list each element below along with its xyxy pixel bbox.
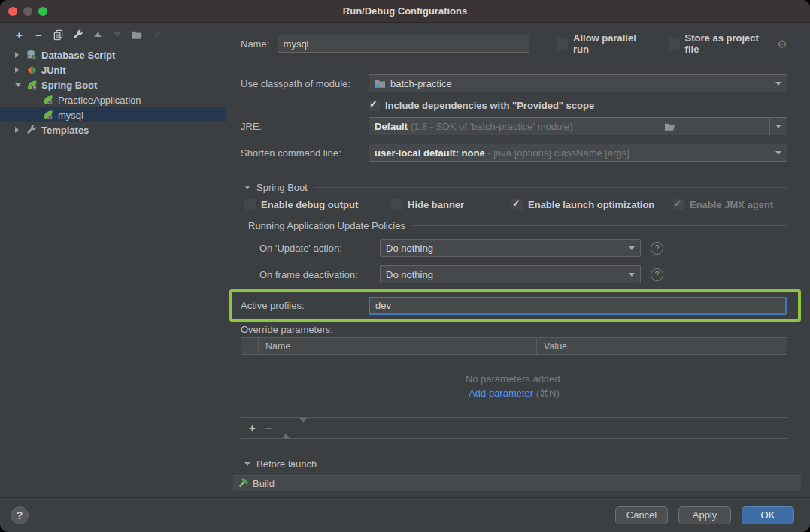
help-icon[interactable]: ? (651, 268, 663, 281)
shorten-command-line-combobox[interactable]: user-local default: none - java [options… (369, 144, 787, 162)
collapse-icon[interactable] (244, 462, 250, 466)
hide-banner-checkbox[interactable]: Hide banner (391, 199, 511, 210)
wrench-icon (26, 124, 38, 136)
configurations-tree: Database Script JUnit Spring Boot (0, 46, 226, 497)
checkbox-icon[interactable] (391, 199, 402, 210)
checkbox-checked-disabled-icon (673, 199, 684, 210)
override-parameters-label: Override parameters: (241, 324, 787, 335)
module-folder-icon (375, 78, 386, 89)
jre-combobox[interactable]: Default (1.8 - SDK of 'batch-practice' m… (369, 117, 787, 135)
add-row-icon[interactable]: + (249, 422, 256, 434)
move-down-icon[interactable] (111, 29, 123, 41)
enable-debug-output-label: Enable debug output (261, 199, 358, 210)
column-header-name[interactable]: Name (258, 338, 536, 354)
chevron-right-icon[interactable] (15, 127, 26, 133)
on-update-action-value: Do nothing (386, 243, 433, 254)
cancel-button[interactable]: Cancel (615, 506, 668, 524)
close-window-button[interactable] (8, 7, 17, 16)
chevron-right-icon[interactable] (15, 67, 26, 73)
override-parameters-table: Name Value No parameters added. Add para… (241, 337, 787, 439)
name-input[interactable] (278, 35, 529, 53)
chevron-down-icon[interactable] (15, 83, 26, 87)
run-debug-configurations-dialog: Run/Debug Configurations + − ↓ᵃ (0, 0, 810, 532)
active-profiles-input[interactable] (369, 297, 787, 315)
copy-icon[interactable] (52, 29, 65, 41)
gear-icon[interactable]: ⚙ (778, 38, 787, 50)
sidebar-toolbar: + − ↓ᵃ (0, 23, 226, 46)
classpath-row: Use classpath of module: batch-practice (241, 74, 787, 92)
checkbox-checked-icon[interactable] (369, 100, 380, 111)
column-header-value[interactable]: Value (536, 338, 787, 354)
tree-item-spring-boot[interactable]: Spring Boot (0, 77, 226, 92)
row-up-icon[interactable] (282, 422, 290, 434)
checkbox-checked-icon[interactable] (511, 199, 523, 210)
database-icon (26, 49, 38, 61)
minimize-window-button[interactable] (23, 7, 32, 16)
jre-hint: (1.8 - SDK of 'batch-practice' module) (411, 121, 573, 132)
chevron-down-icon[interactable] (770, 82, 787, 86)
jre-label: JRE: (241, 121, 369, 132)
tree-item-junit[interactable]: JUnit (0, 62, 226, 77)
on-update-action-combobox[interactable]: Do nothing (380, 239, 641, 257)
allow-parallel-run-checkbox[interactable]: Allow parallel run (557, 32, 652, 55)
classpath-module-combobox[interactable]: batch-practice (369, 74, 787, 92)
on-frame-deactivation-combobox[interactable]: Do nothing (380, 265, 641, 283)
before-launch-build-item[interactable]: Build (233, 475, 801, 491)
add-parameter-link[interactable]: Add parameter (469, 388, 533, 399)
checkbox-icon[interactable] (669, 38, 680, 50)
collapse-icon[interactable] (244, 186, 250, 189)
browse-folder-icon[interactable] (664, 121, 675, 132)
checkbox-icon[interactable] (244, 199, 256, 210)
jre-dropdown-button[interactable] (769, 118, 787, 135)
row-down-icon[interactable] (299, 422, 307, 434)
tree-item-mysql-selected[interactable]: mysql (0, 107, 226, 122)
tree-item-templates[interactable]: Templates (0, 122, 226, 138)
on-update-action-row: On 'Update' action: Do nothing ? (241, 239, 787, 257)
new-folder-icon[interactable] (130, 29, 143, 41)
enable-launch-optimization-checkbox[interactable]: Enable launch optimization (511, 199, 673, 210)
zoom-window-button[interactable] (38, 7, 47, 16)
apply-button[interactable]: Apply (678, 506, 731, 524)
name-label: Name: (241, 38, 278, 50)
spring-boot-icon (26, 79, 38, 91)
enable-debug-output-checkbox[interactable]: Enable debug output (244, 199, 391, 210)
title-bar: Run/Debug Configurations (0, 0, 810, 23)
hide-banner-label: Hide banner (408, 199, 464, 210)
chevron-down-icon[interactable] (623, 246, 640, 250)
enable-launch-optimization-label: Enable launch optimization (528, 199, 654, 210)
empty-text: No parameters added. (466, 373, 563, 385)
add-icon[interactable]: + (13, 29, 26, 41)
jre-value: Default (375, 121, 408, 132)
chevron-down-icon[interactable] (770, 151, 787, 155)
dialog-content: + − ↓ᵃ (0, 23, 810, 497)
edit-templates-icon[interactable] (71, 29, 84, 41)
window-title: Run/Debug Configurations (343, 5, 467, 17)
checkbox-icon[interactable] (557, 38, 568, 50)
tree-item-database-script[interactable]: Database Script (0, 47, 226, 62)
classpath-label: Use classpath of module: (241, 78, 369, 89)
remove-icon[interactable]: − (32, 29, 45, 41)
on-frame-deactivation-label: On frame deactivation: (259, 269, 380, 280)
include-provided-checkbox[interactable]: Include dependencies with "Provided" sco… (369, 100, 594, 111)
move-up-icon[interactable] (91, 29, 104, 41)
spring-boot-section-header[interactable]: Spring Boot (241, 182, 787, 193)
shorten-command-line-label: Shorten command line: (241, 147, 369, 159)
store-as-project-file-checkbox[interactable]: Store as project file ⚙ (669, 32, 787, 55)
before-launch-title: Before launch (256, 458, 317, 470)
before-launch-section-header[interactable]: Before launch (241, 458, 787, 470)
section-divider (323, 464, 787, 464)
on-update-action-label: On 'Update' action: (259, 243, 380, 254)
remove-row-icon[interactable]: − (265, 422, 272, 434)
active-profiles-label: Active profiles: (241, 300, 369, 311)
jre-row: JRE: Default (1.8 - SDK of 'batch-practi… (241, 117, 787, 135)
help-button[interactable]: ? (11, 506, 29, 524)
shorten-hint: - java [options] className [args] (487, 147, 629, 159)
tree-item-label: JUnit (41, 65, 66, 76)
sort-icon[interactable]: ↓ᵃ (150, 29, 162, 41)
tree-item-practice-application[interactable]: PracticeApplication (0, 92, 226, 107)
help-icon[interactable]: ? (651, 242, 663, 255)
ok-button[interactable]: OK (742, 506, 794, 524)
chevron-down-icon[interactable] (623, 273, 640, 277)
spring-boot-run-config-icon (42, 109, 54, 121)
chevron-right-icon[interactable] (15, 52, 26, 58)
